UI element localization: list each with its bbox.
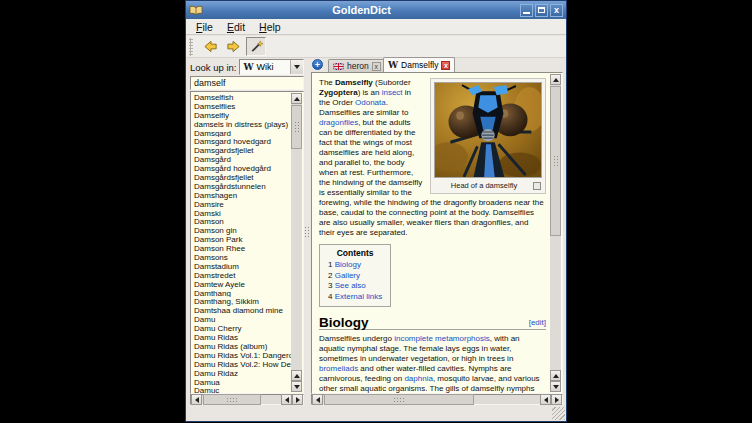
list-item[interactable]: Damu Cherry	[192, 324, 291, 333]
list-item[interactable]: Damselfish	[192, 93, 291, 102]
dictionary-group-select[interactable]: W Wiki	[239, 59, 304, 75]
list-item[interactable]: Damson gin	[192, 226, 291, 235]
scrollbar-thumb[interactable]	[203, 394, 261, 405]
menu-help[interactable]: Help	[253, 20, 287, 34]
list-item[interactable]: Damsgardsfjellet	[192, 146, 291, 155]
triangle-right-icon	[555, 397, 559, 403]
article-text: Damselflies undergo	[319, 334, 394, 343]
tabbar: + heron x W Damselfly x	[311, 56, 563, 72]
list-item[interactable]: Damsgård	[192, 155, 291, 164]
tab-close-button[interactable]: x	[441, 61, 450, 70]
toc-link[interactable]: See also	[335, 281, 366, 290]
list-item[interactable]: Damu	[192, 315, 291, 324]
list-item[interactable]: Damthang	[192, 289, 291, 298]
article-thumbnail[interactable]: Head of a damselfly	[430, 78, 546, 194]
list-item[interactable]: Damson	[192, 217, 291, 226]
tab-label: heron	[347, 61, 369, 71]
word-list-hscrollbar[interactable]	[190, 394, 304, 405]
enlarge-icon[interactable]	[533, 182, 541, 190]
list-item[interactable]: Damsgårdsfjellet	[192, 173, 291, 182]
toc-item[interactable]: 1 Biology	[328, 260, 382, 271]
list-item[interactable]: Damson Park	[192, 235, 291, 244]
article-vscrollbar[interactable]	[550, 74, 561, 392]
scroll-down-button[interactable]	[550, 381, 561, 392]
list-item[interactable]: damsels in distress (plays)	[192, 120, 291, 129]
list-item[interactable]: Damsons	[192, 253, 291, 262]
search-input[interactable]	[190, 76, 304, 90]
scrollbar-thumb[interactable]	[324, 394, 474, 405]
close-button[interactable]: x	[550, 4, 563, 17]
tab-heron[interactable]: heron x	[328, 59, 386, 72]
scroll-up-button[interactable]	[550, 74, 561, 85]
list-item[interactable]: Damtshaa diamond mine	[192, 306, 291, 315]
damselfly-photo	[434, 82, 542, 178]
list-item[interactable]: Damski	[192, 209, 291, 218]
scroll-left-button-2[interactable]	[281, 394, 292, 405]
group-dropdown-button[interactable]	[290, 60, 303, 74]
scroll-right-button[interactable]	[292, 394, 303, 405]
article-link[interactable]: daphnia	[404, 374, 432, 383]
titlebar[interactable]: GoldenDict x	[186, 1, 566, 19]
list-item[interactable]: Damu Ridas Vol.1: Dangerous	[192, 351, 291, 360]
toolbar-drag-handle[interactable]	[189, 38, 193, 56]
scroll-left-button[interactable]	[191, 394, 202, 405]
article-link[interactable]: bromeliads	[319, 364, 358, 373]
scrollbar-thumb[interactable]	[291, 105, 302, 149]
list-item[interactable]: Damtew Ayele	[192, 280, 291, 289]
toc-link[interactable]: Biology	[335, 260, 361, 269]
scroll-up-button-2[interactable]	[550, 370, 561, 381]
edit-link[interactable]: [edit]	[529, 318, 546, 328]
article-link[interactable]: incomplete metamorphosis	[394, 334, 490, 343]
forward-button[interactable]	[223, 37, 243, 56]
article-link[interactable]: dragonflies	[319, 118, 358, 127]
article-hscrollbar[interactable]	[311, 394, 563, 405]
scroll-up-button-2[interactable]	[291, 370, 302, 381]
minimize-button[interactable]	[520, 4, 533, 17]
list-item[interactable]: Damuc	[192, 386, 291, 393]
scroll-left-button[interactable]	[312, 394, 323, 405]
list-item[interactable]: Damsgard	[192, 129, 291, 138]
list-item[interactable]: Damsgård hovedgård	[192, 164, 291, 173]
list-item[interactable]: Damstredet	[192, 271, 291, 280]
list-item[interactable]: Damson Rhee	[192, 244, 291, 253]
list-item[interactable]: Damua	[192, 378, 291, 387]
scan-popup-toggle[interactable]	[246, 37, 266, 56]
menu-file[interactable]: File	[190, 20, 219, 34]
menu-edit[interactable]: Edit	[221, 20, 251, 34]
article-link[interactable]: insect	[382, 88, 403, 97]
resize-grip[interactable]	[552, 407, 565, 420]
chevron-down-icon	[294, 65, 300, 69]
tab-close-button[interactable]: x	[372, 62, 381, 71]
toc-item[interactable]: 2 Gallery	[328, 271, 382, 282]
toc-link[interactable]: Gallery	[335, 271, 360, 280]
list-item[interactable]: Damsire	[192, 200, 291, 209]
toc-item[interactable]: 3 See also	[328, 281, 382, 292]
tab-damselfly[interactable]: W Damselfly x	[383, 57, 455, 72]
list-item[interactable]: Damshagen	[192, 191, 291, 200]
scroll-down-button[interactable]	[291, 381, 302, 392]
pane-splitter[interactable]	[304, 59, 310, 404]
toc-number: 3	[328, 281, 332, 290]
list-item[interactable]: Damu Ridaz	[192, 369, 291, 378]
scrollbar-thumb[interactable]	[550, 86, 561, 236]
list-item[interactable]: Damu Ridas	[192, 333, 291, 342]
list-item[interactable]: Damsgard hovedgard	[192, 137, 291, 146]
list-item[interactable]: Damu Ridas Vol.2: How Deep Is Y	[192, 360, 291, 369]
thumb-grip-dots	[294, 121, 300, 133]
scroll-left-button-2[interactable]	[540, 394, 551, 405]
article-link[interactable]: Odonata	[355, 98, 386, 107]
list-item[interactable]: Damsgårdstunnelen	[192, 182, 291, 191]
scroll-up-button[interactable]	[291, 93, 302, 104]
toc-link[interactable]: External links	[335, 292, 383, 301]
word-list-vscrollbar[interactable]	[291, 93, 302, 392]
add-tab-button[interactable]: +	[312, 59, 323, 70]
list-item[interactable]: Damu Ridas (album)	[192, 342, 291, 351]
toc-item[interactable]: 4 External links	[328, 292, 382, 303]
maximize-button[interactable]	[535, 4, 548, 17]
back-button[interactable]	[200, 37, 220, 56]
scroll-right-button[interactable]	[551, 394, 562, 405]
list-item[interactable]: Damstadium	[192, 262, 291, 271]
list-item[interactable]: Damselflies	[192, 102, 291, 111]
list-item[interactable]: Damselfly	[192, 111, 291, 120]
list-item[interactable]: Damthang, Sikkim	[192, 297, 291, 306]
